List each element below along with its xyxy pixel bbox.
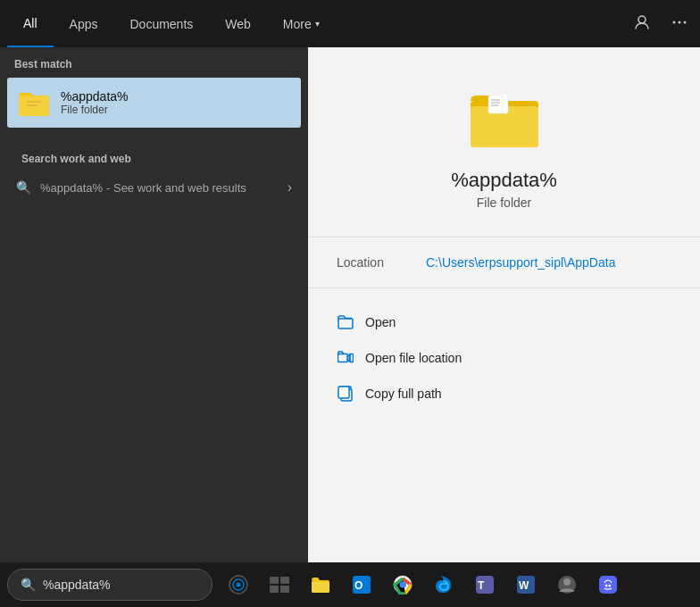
svg-rect-26 — [280, 577, 289, 584]
svg-point-2 — [679, 21, 681, 23]
location-value[interactable]: C:\Users\erpsupport_sipl\AppData — [426, 255, 615, 270]
chevron-right-icon: › — [288, 179, 292, 195]
outlook-icon[interactable]: O — [343, 562, 380, 607]
svg-rect-21 — [338, 387, 349, 398]
svg-rect-6 — [19, 97, 49, 116]
svg-text:W: W — [519, 579, 529, 592]
taskbar-icons: O T — [220, 562, 627, 607]
tab-apps[interactable]: Apps — [54, 0, 114, 47]
svg-rect-8 — [27, 101, 41, 103]
svg-point-3 — [684, 21, 687, 23]
open-folder-icon — [337, 313, 354, 331]
nav-icons — [629, 9, 693, 39]
app-type: File folder — [477, 195, 531, 210]
search-icon: 🔍 — [16, 180, 31, 195]
tab-apps-label: Apps — [70, 17, 98, 31]
svg-point-36 — [400, 582, 406, 588]
svg-rect-17 — [338, 319, 353, 328]
folder-icon-large — [469, 83, 540, 154]
file-explorer-icon[interactable] — [302, 562, 339, 607]
tab-documents[interactable]: Documents — [113, 0, 209, 47]
right-panel: %appdata% File folder Location C:\Users\… — [308, 47, 700, 562]
main-content: Best match %appdata% — [0, 47, 700, 562]
svg-rect-9 — [27, 104, 38, 106]
search-web-label: Search work and web — [7, 142, 301, 172]
search-web-suffix: - See work and web results — [106, 181, 246, 195]
start-menu: All Apps Documents Web More ▾ — [0, 0, 700, 562]
taskbar-avatar[interactable] — [548, 562, 586, 607]
search-web-section: Search work and web 🔍 %appdata% - See wo… — [0, 128, 308, 210]
svg-rect-28 — [280, 586, 289, 593]
divider-bottom — [308, 287, 700, 288]
svg-point-1 — [673, 21, 676, 23]
left-panel: Best match %appdata% — [0, 47, 308, 562]
svg-rect-19 — [350, 354, 354, 362]
svg-rect-27 — [270, 586, 279, 593]
open-location-icon — [337, 349, 354, 367]
best-match-info: %appdata% File folder — [61, 89, 129, 116]
divider-top — [308, 237, 700, 237]
copy-full-path-label: Copy full path — [365, 387, 442, 401]
location-label: Location — [337, 255, 426, 270]
tab-documents-label: Documents — [129, 17, 193, 31]
best-match-title: %appdata% — [61, 89, 129, 104]
tab-web[interactable]: Web — [209, 0, 267, 47]
top-nav: All Apps Documents Web More ▾ — [0, 0, 700, 47]
tab-all-label: All — [23, 16, 38, 30]
word-icon[interactable]: W — [507, 562, 545, 607]
taskbar-search-icon: 🔍 — [21, 578, 36, 592]
search-web-item[interactable]: 🔍 %appdata% - See work and web results › — [7, 172, 301, 203]
folder-icon-small — [18, 87, 50, 119]
tab-all[interactable]: All — [7, 0, 54, 47]
edge-icon[interactable] — [425, 562, 462, 607]
best-match-item[interactable]: %appdata% File folder — [7, 78, 301, 128]
taskbar-search[interactable]: 🔍 %appdata% — [7, 569, 212, 601]
svg-point-0 — [638, 16, 646, 23]
svg-point-24 — [237, 583, 241, 587]
nav-tabs: All Apps Documents Web More ▾ — [7, 0, 336, 47]
person-icon[interactable] — [629, 9, 655, 39]
svg-rect-13 — [488, 96, 503, 113]
discord-icon[interactable] — [589, 562, 627, 607]
copy-full-path-button[interactable]: Copy full path — [329, 378, 679, 410]
search-web-query: %appdata% — [40, 181, 103, 195]
chrome-icon[interactable] — [384, 562, 421, 607]
open-label: Open — [365, 315, 396, 329]
taskbar-search-text: %appdata% — [43, 578, 111, 592]
open-button[interactable]: Open — [329, 306, 679, 338]
svg-rect-43 — [599, 576, 617, 594]
svg-text:O: O — [354, 579, 362, 592]
svg-point-42 — [563, 578, 571, 586]
open-file-location-label: Open file location — [365, 351, 462, 365]
chevron-down-icon: ▾ — [315, 19, 320, 29]
svg-rect-30 — [312, 582, 329, 593]
task-view-icon[interactable] — [261, 562, 298, 607]
best-match-subtitle: File folder — [61, 104, 129, 116]
app-title: %appdata% — [451, 169, 557, 192]
tab-web-label: Web — [225, 17, 251, 31]
svg-text:T: T — [478, 579, 485, 592]
tab-more-label: More — [283, 17, 312, 31]
teams-icon[interactable]: T — [466, 562, 504, 607]
copy-icon — [337, 385, 354, 403]
best-match-label: Best match — [0, 47, 308, 78]
info-row-location: Location C:\Users\erpsupport_sipl\AppDat… — [308, 255, 700, 270]
actions-list: Open Open file location — [308, 306, 700, 410]
svg-rect-25 — [270, 577, 279, 584]
more-options-icon[interactable] — [666, 9, 693, 39]
taskbar: 🔍 %appdata% — [0, 562, 700, 607]
tab-more[interactable]: More ▾ — [267, 0, 336, 47]
svg-rect-18 — [338, 354, 348, 362]
cortana-icon[interactable] — [220, 562, 257, 607]
open-file-location-button[interactable]: Open file location — [329, 342, 679, 374]
search-web-text: %appdata% - See work and web results — [40, 180, 279, 195]
